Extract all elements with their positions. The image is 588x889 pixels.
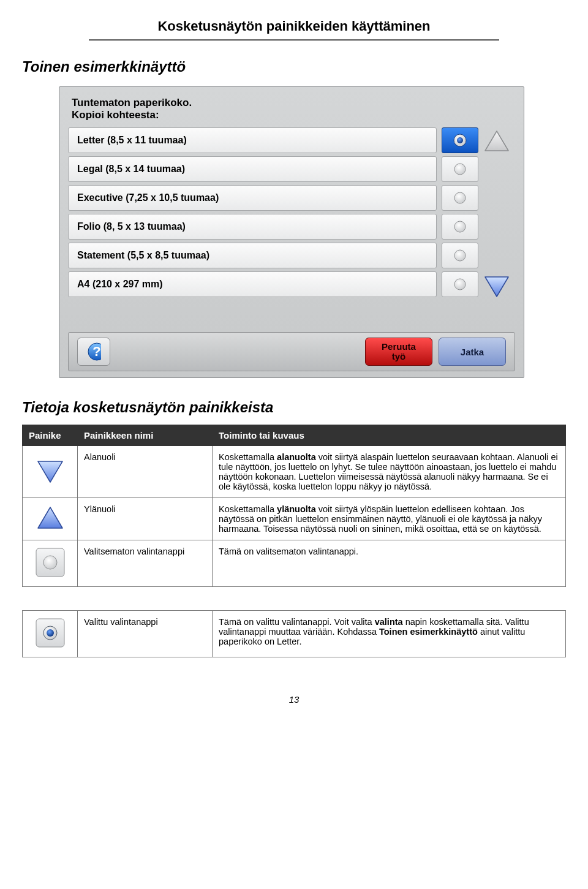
svg-point-3 — [454, 192, 466, 203]
button-desc-cell: Koskettamalla alanuolta voit siirtyä ala… — [213, 446, 566, 498]
down-arrow-icon — [35, 458, 66, 486]
svg-point-5 — [454, 250, 466, 261]
radio-unselected-icon — [453, 278, 467, 291]
help-icon: ? — [86, 341, 101, 362]
continue-button[interactable]: Jatka — [439, 338, 506, 366]
button-name-cell: Alanuoli — [78, 446, 213, 498]
list-item[interactable]: Executive (7,25 x 10,5 tuumaa) — [68, 185, 437, 211]
svg-point-2 — [454, 164, 466, 175]
button-desc-cell: Tämä on valittu valintanappi. Voit valit… — [213, 611, 566, 657]
radio-unselected[interactable] — [442, 271, 478, 297]
svg-text:?: ? — [92, 344, 100, 359]
col-header-button: Painike — [23, 425, 78, 446]
list-item[interactable]: Legal (8,5 x 14 tuumaa) — [68, 156, 437, 182]
svg-point-1 — [457, 137, 463, 143]
button-name-cell: Ylänuoli — [78, 498, 213, 540]
panel-prompt-line2: Kopioi kohteesta: — [72, 109, 515, 121]
table-row: Valittu valintanappi Tämä on valittu val… — [23, 611, 566, 657]
paper-size-list: Letter (8,5 x 11 tuumaa) Legal (8,5 x 14… — [68, 127, 437, 300]
panel-footer: ? Peruuta työ Jatka — [68, 332, 515, 371]
scroll-down-icon[interactable] — [483, 274, 511, 299]
button-name-cell: Valitsematon valintanappi — [78, 540, 213, 587]
info-section-heading: Tietoja kosketusnäytön painikkeista — [22, 399, 566, 416]
page-number: 13 — [22, 694, 566, 705]
col-header-name: Painikkeen nimi — [78, 425, 213, 446]
button-desc-cell: Koskettamalla ylänuolta voit siirtyä ylö… — [213, 498, 566, 540]
continue-label: Jatka — [461, 347, 484, 357]
selected-radio-icon — [34, 617, 66, 651]
list-item[interactable]: Statement (5,5 x 8,5 tuumaa) — [68, 243, 437, 268]
title-divider — [89, 39, 499, 41]
up-arrow-icon — [35, 505, 66, 534]
radio-selected-icon — [453, 133, 467, 148]
cancel-label-line2: työ — [392, 352, 406, 361]
button-info-table-2: Valittu valintanappi Tämä on valittu val… — [22, 610, 566, 657]
radio-unselected-icon — [453, 191, 467, 205]
scroll-up-disabled-icon[interactable] — [483, 129, 511, 153]
svg-point-17 — [47, 629, 54, 637]
svg-marker-7 — [485, 131, 508, 151]
touchscreen-panel: Tuntematon paperikoko. Kopioi kohteesta:… — [59, 86, 524, 378]
svg-marker-12 — [38, 507, 62, 528]
col-header-desc: Toiminto tai kuvaus — [213, 425, 566, 446]
radio-unselected[interactable] — [442, 185, 478, 211]
table-row: Alanuoli Koskettamalla alanuolta voit si… — [23, 446, 566, 498]
radio-unselected[interactable] — [442, 243, 478, 268]
svg-point-4 — [454, 221, 466, 232]
cancel-label-line1: Peruuta — [382, 342, 416, 352]
help-button[interactable]: ? — [77, 338, 110, 366]
button-desc-cell: Tämä on valitsematon valintanappi. — [213, 540, 566, 587]
list-item[interactable]: Letter (8,5 x 11 tuumaa) — [68, 127, 437, 153]
button-info-table: Painike Painikkeen nimi Toiminto tai kuv… — [22, 425, 566, 587]
table-row: Valitsematon valintanappi Tämä on valits… — [23, 540, 566, 587]
svg-marker-11 — [38, 461, 62, 482]
svg-point-6 — [454, 279, 466, 290]
radio-unselected[interactable] — [442, 214, 478, 240]
radio-unselected[interactable] — [442, 156, 478, 182]
example-screen-heading: Toinen esimerkkinäyttö — [22, 58, 566, 75]
panel-prompt-line1: Tuntematon paperikoko. — [72, 97, 515, 109]
radio-selected[interactable] — [442, 127, 478, 153]
list-item[interactable]: A4 (210 x 297 mm) — [68, 271, 437, 297]
page-title: Kosketusnäytön painikkeiden käyttäminen — [157, 18, 430, 34]
radio-unselected-icon — [453, 249, 467, 262]
panel-prompt: Tuntematon paperikoko. Kopioi kohteesta: — [72, 97, 515, 121]
unselected-radio-icon — [34, 547, 66, 580]
table-row: Ylänuoli Koskettamalla ylänuolta voit si… — [23, 498, 566, 540]
radio-unselected-icon — [453, 162, 467, 176]
svg-point-14 — [43, 556, 57, 569]
button-name-cell: Valittu valintanappi — [78, 611, 213, 657]
svg-marker-8 — [485, 277, 508, 297]
cancel-job-button[interactable]: Peruuta työ — [365, 338, 432, 366]
list-item[interactable]: Folio (8, 5 x 13 tuumaa) — [68, 214, 437, 240]
radio-unselected-icon — [453, 220, 467, 233]
